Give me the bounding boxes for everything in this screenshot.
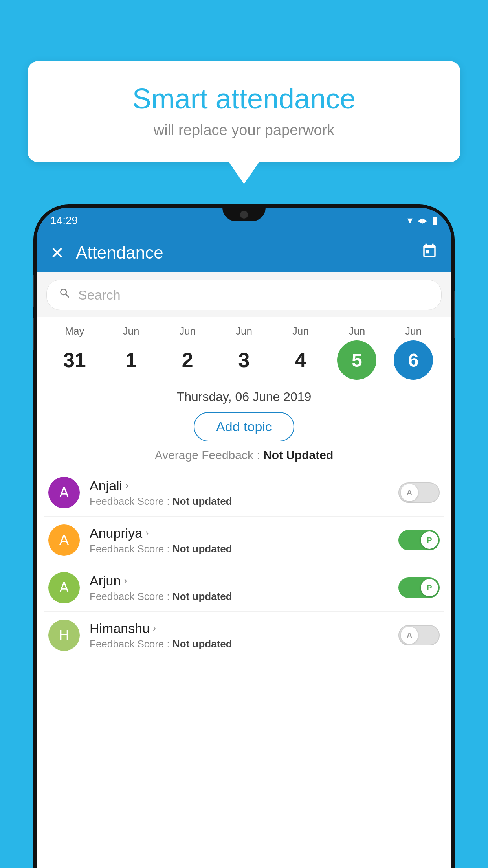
student-item[interactable]: AAnupriya ›Feedback Score : Not updatedP (44, 517, 444, 564)
toggle-switch[interactable]: P (398, 530, 440, 550)
calendar-date[interactable]: 2 (168, 340, 207, 380)
calendar-date[interactable]: 6 (394, 340, 433, 380)
signal-icon: ◂▸ (417, 214, 427, 226)
calendar-day[interactable]: Jun1 (106, 325, 157, 380)
calendar-strip: May31Jun1Jun2Jun3Jun4Jun5Jun6 (37, 317, 451, 384)
search-bar-container: Search (37, 272, 451, 317)
student-info: Anupriya ›Feedback Score : Not updated (90, 526, 398, 555)
calendar-day[interactable]: Jun6 (388, 325, 439, 380)
student-name: Himanshu › (90, 621, 398, 636)
calendar-date[interactable]: 3 (224, 340, 264, 380)
toggle-knob: P (421, 579, 438, 596)
close-button[interactable]: ✕ (50, 243, 64, 263)
calendar-day[interactable]: Jun2 (162, 325, 213, 380)
calendar-day[interactable]: Jun4 (275, 325, 326, 380)
avg-feedback-value: Not Updated (263, 449, 333, 462)
feedback-score: Feedback Score : Not updated (90, 495, 398, 508)
calendar-month: Jun (292, 325, 309, 337)
battery-icon: ▮ (432, 214, 438, 226)
speech-bubble-subtitle: will replace your paperwork (51, 122, 437, 139)
student-info: Himanshu ›Feedback Score : Not updated (90, 621, 398, 650)
avatar: H (48, 620, 80, 651)
calendar-month: May (65, 325, 84, 337)
search-icon (59, 287, 71, 303)
attendance-toggle[interactable]: P (398, 530, 440, 550)
phone-screen: 14:29 ▾ ◂▸ ▮ ✕ Attendance (37, 208, 451, 868)
toggle-knob: P (421, 531, 438, 549)
calendar-date[interactable]: 4 (281, 340, 320, 380)
calendar-date[interactable]: 5 (337, 340, 376, 380)
toggle-switch[interactable]: P (398, 577, 440, 598)
speech-bubble-title: Smart attendance (51, 83, 437, 115)
student-name: Arjun › (90, 573, 398, 588)
screen-content: Search May31Jun1Jun2Jun3Jun4Jun5Jun6 Thu… (37, 272, 451, 868)
speech-bubble: Smart attendance will replace your paper… (28, 61, 460, 162)
phone-frame: 14:29 ▾ ◂▸ ▮ ✕ Attendance (33, 204, 455, 868)
student-info: Arjun ›Feedback Score : Not updated (90, 573, 398, 603)
attendance-toggle[interactable]: P (398, 577, 440, 598)
student-list: AAnjali ›Feedback Score : Not updatedAAA… (37, 469, 451, 659)
calendar-month: Jun (349, 325, 365, 337)
add-topic-button[interactable]: Add topic (194, 412, 294, 441)
calendar-month: Jun (236, 325, 252, 337)
calendar-date[interactable]: 31 (55, 340, 94, 380)
calendar-day[interactable]: May31 (49, 325, 100, 380)
calendar-date[interactable]: 1 (112, 340, 151, 380)
front-camera (240, 211, 248, 219)
status-icons: ▾ ◂▸ ▮ (407, 214, 438, 226)
toggle-switch[interactable]: A (398, 625, 440, 645)
chevron-right-icon: › (125, 480, 128, 491)
student-item[interactable]: HHimanshu ›Feedback Score : Not updatedA (44, 612, 444, 659)
app-bar-title: Attendance (76, 243, 421, 263)
calendar-icon[interactable] (421, 243, 438, 263)
calendar-month: Jun (123, 325, 139, 337)
volume-down-button (33, 318, 34, 350)
avg-feedback-label: Average Feedback : (155, 449, 263, 462)
power-button (454, 291, 455, 338)
student-item[interactable]: AArjun ›Feedback Score : Not updatedP (44, 564, 444, 612)
app-bar: ✕ Attendance (37, 233, 451, 272)
volume-up-button (33, 275, 34, 307)
student-item[interactable]: AAnjali ›Feedback Score : Not updatedA (44, 469, 444, 517)
search-input[interactable]: Search (78, 287, 121, 303)
avatar: A (48, 572, 80, 603)
student-name: Anjali › (90, 478, 398, 493)
student-info: Anjali ›Feedback Score : Not updated (90, 478, 398, 508)
calendar-day[interactable]: Jun3 (218, 325, 270, 380)
chevron-right-icon: › (145, 528, 149, 539)
toggle-knob: A (401, 627, 418, 644)
status-time: 14:29 (50, 214, 78, 227)
attendance-toggle[interactable]: A (398, 482, 440, 503)
calendar-month: Jun (405, 325, 422, 337)
average-feedback: Average Feedback : Not Updated (37, 449, 451, 462)
feedback-score: Feedback Score : Not updated (90, 638, 398, 650)
feedback-score: Feedback Score : Not updated (90, 543, 398, 555)
wifi-icon: ▾ (407, 214, 413, 226)
calendar-day[interactable]: Jun5 (331, 325, 382, 380)
avatar: A (48, 524, 80, 556)
speech-bubble-container: Smart attendance will replace your paper… (28, 61, 460, 184)
speech-bubble-tail (229, 162, 259, 184)
search-input-wrapper[interactable]: Search (46, 280, 442, 310)
toggle-switch[interactable]: A (398, 482, 440, 503)
feedback-score: Feedback Score : Not updated (90, 590, 398, 603)
chevron-right-icon: › (153, 623, 156, 634)
toggle-knob: A (401, 484, 418, 501)
avatar: A (48, 477, 80, 508)
chevron-right-icon: › (124, 575, 127, 586)
attendance-toggle[interactable]: A (398, 625, 440, 645)
calendar-month: Jun (179, 325, 196, 337)
student-name: Anupriya › (90, 526, 398, 541)
selected-date-label: Thursday, 06 June 2019 (37, 384, 451, 410)
